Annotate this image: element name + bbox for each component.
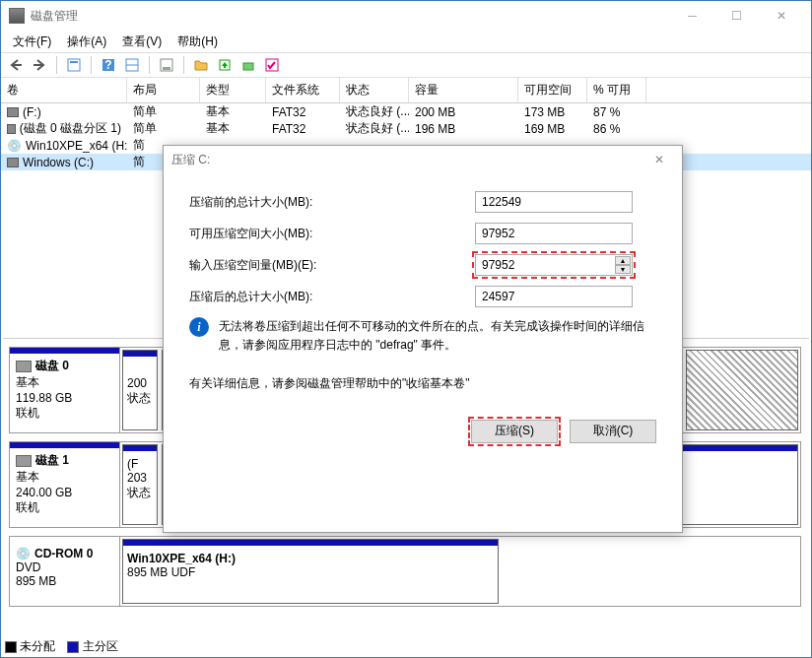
shrink-amount-input[interactable]: 97952 ▲▼ bbox=[475, 254, 633, 276]
col-free[interactable]: 可用空间 bbox=[518, 78, 587, 102]
tb-view3[interactable] bbox=[156, 54, 177, 76]
volume-table-header: 卷 布局 类型 文件系统 状态 容量 可用空间 % 可用 bbox=[1, 78, 811, 103]
spin-up-button[interactable]: ▲ bbox=[615, 256, 631, 265]
total-after-value: 24597 bbox=[475, 286, 633, 307]
total-after-label: 压缩后的总计大小(MB): bbox=[189, 289, 475, 305]
volume-box[interactable]: 200状态 bbox=[122, 350, 158, 430]
svg-rect-1 bbox=[70, 61, 78, 63]
vol-name: (F:) bbox=[23, 105, 41, 119]
shrink-button[interactable]: 压缩(S) bbox=[471, 420, 558, 443]
tb-check-icon[interactable] bbox=[261, 54, 283, 76]
menu-help[interactable]: 帮助(H) bbox=[169, 32, 226, 52]
disk-name: 磁盘 0 bbox=[35, 358, 69, 374]
col-layout[interactable]: 布局 bbox=[127, 78, 200, 102]
col-pctfree[interactable]: % 可用 bbox=[587, 78, 646, 102]
forward-button[interactable] bbox=[29, 54, 50, 76]
dialog-title: 压缩 C: bbox=[171, 152, 210, 168]
available-value: 97952 bbox=[475, 223, 633, 244]
legend-swatch-primary bbox=[67, 641, 79, 653]
volume-box[interactable]: Win10XPE_x64 (H:)895 MB UDF bbox=[122, 539, 499, 604]
col-fs[interactable]: 文件系统 bbox=[266, 78, 340, 102]
vol-name: (磁盘 0 磁盘分区 1) bbox=[20, 120, 121, 137]
tb-up-icon[interactable] bbox=[214, 54, 236, 76]
minimize-button[interactable]: ─ bbox=[670, 2, 714, 30]
svg-rect-0 bbox=[68, 59, 80, 71]
disk-icon bbox=[16, 361, 32, 372]
spin-down-button[interactable]: ▼ bbox=[615, 265, 631, 274]
menu-action[interactable]: 操作(A) bbox=[59, 32, 114, 52]
volume-icon bbox=[7, 124, 16, 134]
vol-name: Windows (C:) bbox=[23, 156, 94, 169]
tb-green-icon[interactable] bbox=[237, 54, 259, 76]
shrink-amount-label: 输入压缩空间量(MB)(E): bbox=[189, 257, 475, 274]
window-title: 磁盘管理 bbox=[31, 8, 670, 25]
menubar: 文件(F) 操作(A) 查看(V) 帮助(H) bbox=[1, 31, 811, 52]
svg-rect-7 bbox=[163, 67, 170, 70]
table-row[interactable]: (F:) 简单 基本 FAT32 状态良好 (... 200 MB 173 MB… bbox=[1, 103, 811, 120]
window-titlebar: 磁盘管理 ─ ☐ ✕ bbox=[1, 1, 811, 31]
disk-name: 磁盘 1 bbox=[35, 452, 69, 469]
volume-box[interactable] bbox=[686, 350, 798, 430]
total-before-value: 122549 bbox=[475, 191, 633, 213]
volume-box[interactable]: (F203状态 bbox=[122, 444, 158, 525]
svg-rect-9 bbox=[243, 63, 253, 70]
close-button[interactable]: ✕ bbox=[759, 2, 803, 30]
info-icon: i bbox=[189, 317, 209, 337]
col-status[interactable]: 状态 bbox=[340, 78, 409, 102]
volume-icon bbox=[7, 107, 19, 117]
maximize-button[interactable]: ☐ bbox=[714, 2, 759, 30]
info-text-1: 无法将卷压缩到超出任何不可移动的文件所在的点。有关完成该操作时间的详细信息，请参… bbox=[219, 317, 656, 355]
col-type[interactable]: 类型 bbox=[200, 78, 266, 102]
total-before-label: 压缩前的总计大小(MB): bbox=[189, 194, 475, 211]
menu-file[interactable]: 文件(F) bbox=[5, 32, 59, 52]
available-label: 可用压缩空间大小(MB): bbox=[189, 226, 475, 242]
table-row[interactable]: (磁盘 0 磁盘分区 1) 简单 基本 FAT32 状态良好 (... 196 … bbox=[1, 120, 811, 137]
toolbar: ? bbox=[1, 52, 811, 78]
svg-text:?: ? bbox=[104, 58, 111, 72]
tb-view1[interactable] bbox=[63, 54, 85, 76]
back-button[interactable] bbox=[5, 54, 27, 76]
volume-icon bbox=[7, 158, 19, 167]
col-volume[interactable]: 卷 bbox=[1, 78, 127, 102]
disk-icon bbox=[16, 455, 32, 467]
disk-name: CD-ROM 0 bbox=[34, 547, 93, 560]
disc-icon: 💿 bbox=[16, 547, 31, 560]
disk-block: 💿CD-ROM 0 DVD 895 MB Win10XPE_x64 (H:)89… bbox=[9, 536, 801, 607]
col-capacity[interactable]: 容量 bbox=[409, 78, 518, 102]
tb-view2[interactable] bbox=[121, 54, 143, 76]
shrink-dialog: 压缩 C: ✕ 压缩前的总计大小(MB): 122549 可用压缩空间大小(MB… bbox=[163, 145, 683, 533]
tb-help-icon[interactable]: ? bbox=[98, 54, 119, 76]
disc-icon: 💿 bbox=[7, 139, 22, 153]
legend-swatch-unalloc bbox=[5, 641, 17, 653]
legend: 未分配 主分区 bbox=[5, 638, 118, 655]
tb-folder-icon[interactable] bbox=[190, 54, 212, 76]
info-text-2: 有关详细信息，请参阅磁盘管理帮助中的"收缩基本卷" bbox=[189, 374, 470, 393]
dialog-close-button[interactable]: ✕ bbox=[644, 148, 674, 171]
menu-view[interactable]: 查看(V) bbox=[114, 32, 169, 52]
cancel-button[interactable]: 取消(C) bbox=[570, 420, 656, 443]
app-icon bbox=[9, 8, 25, 24]
vol-name: Win10XPE_x64 (H:) bbox=[26, 139, 127, 153]
